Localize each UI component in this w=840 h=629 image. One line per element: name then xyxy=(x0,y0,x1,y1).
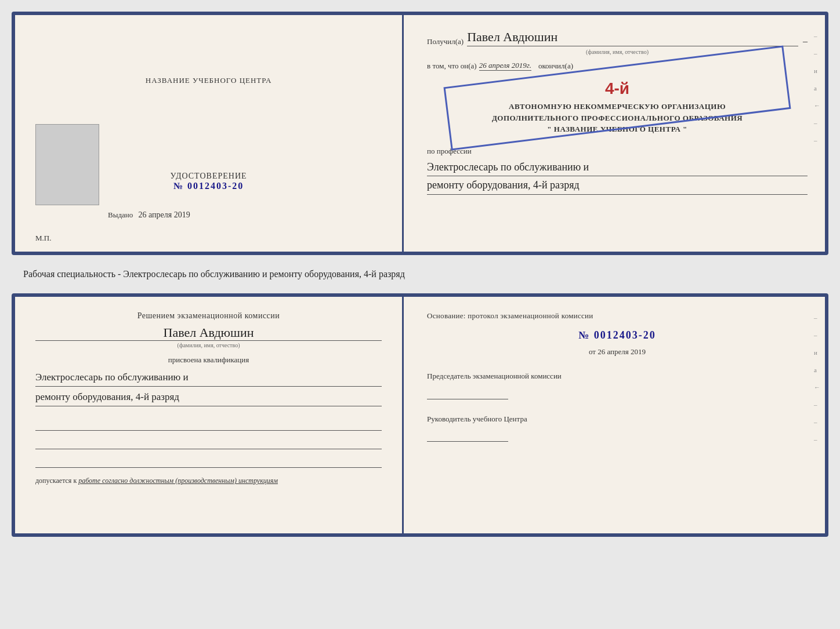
fio-hint-bottom: (фамилия, имя, отчество) xyxy=(35,342,382,348)
predsedatel-title: Председатель экзаменационной комиссии xyxy=(427,371,808,381)
vydano-line: Выдано 26 апреля 2019 xyxy=(108,210,190,220)
prisvoena-text: присвоена квалификация xyxy=(35,355,382,365)
center-title-top: НАЗВАНИЕ УЧЕБНОГО ЦЕНТРА xyxy=(146,76,271,85)
predsedatel-sig-line xyxy=(427,388,508,399)
org-block: 4-й АВТОНОМНУЮ НЕКОММЕРЧЕСКУЮ ОРГАНИЗАЦИ… xyxy=(427,77,808,135)
middle-text: Рабочая специальность - Электрослесарь п… xyxy=(12,266,828,283)
rukovoditel-title: Руководитель учебного Центра xyxy=(427,414,808,424)
sig-line-2 xyxy=(35,437,382,449)
dopuskaetsya-value: работе согласно должностным (производств… xyxy=(78,477,278,485)
rank-display: 4-й xyxy=(605,79,629,97)
photo-placeholder xyxy=(35,124,99,205)
vtom-date: 26 апреля 2019г. xyxy=(479,61,531,71)
doc-bottom-right: Основание: протокол экзаменационной коми… xyxy=(404,297,825,533)
mp-text: М.П. xyxy=(35,234,51,243)
recipient-name-top: Павел Авдюшин xyxy=(467,30,798,46)
org-line3: " НАЗВАНИЕ УЧЕБНОГО ЦЕНТРА " xyxy=(427,123,808,135)
org-line1: АВТОНОМНУЮ НЕКОММЕРЧЕСКУЮ ОРГАНИЗАЦИЮ xyxy=(427,101,808,112)
org-line2: ДОПОЛНИТЕЛЬНОГО ПРОФЕССИОНАЛЬНОГО ОБРАЗО… xyxy=(427,112,808,124)
osnovanie-title: Основание: протокол экзаменационной коми… xyxy=(427,311,808,321)
po-professii-label: по профессии xyxy=(427,147,808,156)
resheniem-title: Решением экзаменационной комиссии xyxy=(35,311,382,321)
qualification-line1: Электрослесарь по обслуживанию и xyxy=(35,369,382,387)
protocol-number: № 0012403-20 xyxy=(427,329,808,341)
recipient-name-bottom: Павел Авдюшин xyxy=(35,325,382,341)
profession-line1-top: Электрослесарь по обслуживанию и xyxy=(427,158,808,177)
sig-line-3 xyxy=(35,455,382,468)
page-wrapper: НАЗВАНИЕ УЧЕБНОГО ЦЕНТРА УДОСТОВЕРЕНИЕ №… xyxy=(12,12,828,537)
rukovoditel-block: Руководитель учебного Центра xyxy=(427,414,808,442)
vtom-line: в том, что он(а) 26 апреля 2019г. окончи… xyxy=(427,61,808,71)
rukovoditel-sig-line xyxy=(427,430,508,442)
document-bottom: Решением экзаменационной комиссии Павел … xyxy=(12,293,828,537)
signature-lines xyxy=(35,418,382,468)
document-top: НАЗВАНИЕ УЧЕБНОГО ЦЕНТРА УДОСТОВЕРЕНИЕ №… xyxy=(12,12,828,255)
poluchil-label: Получил(a) xyxy=(427,37,464,46)
doc-right-top: Получил(a) Павел Авдюшин – (фамилия, имя… xyxy=(404,15,825,252)
poluchil-line: Получил(a) Павел Авдюшин – xyxy=(427,30,808,46)
udostoverenie-block: УДОСТОВЕРЕНИЕ № 0012403-20 xyxy=(170,172,247,191)
ot-date: от 26 апреля 2019 xyxy=(427,347,808,357)
udostoverenie-title: УДОСТОВЕРЕНИЕ xyxy=(170,172,247,181)
doc-number-top: № 0012403-20 xyxy=(173,181,244,191)
qualification-line2: ремонту оборудования, 4-й разряд xyxy=(35,389,382,406)
fio-hint-top: (фамилия, имя, отчество) xyxy=(427,49,808,55)
dopuskaetsya-label: допускается к xyxy=(35,477,77,485)
sig-line-1 xyxy=(35,418,382,431)
doc-bottom-left: Решением экзаменационной комиссии Павел … xyxy=(15,297,404,533)
predsedatel-block: Председатель экзаменационной комиссии xyxy=(427,371,808,399)
dopuskaetsya-block: допускается к работе согласно должностны… xyxy=(35,477,382,485)
right-edge-marks-bottom: – – и а ← – – – xyxy=(814,314,820,443)
right-edge-marks-top: – – и а ← – – xyxy=(814,32,820,144)
doc-left-top: НАЗВАНИЕ УЧЕБНОГО ЦЕНТРА УДОСТОВЕРЕНИЕ №… xyxy=(15,15,404,252)
profession-line2-top: ремонту оборудования, 4-й разряд xyxy=(427,176,808,195)
